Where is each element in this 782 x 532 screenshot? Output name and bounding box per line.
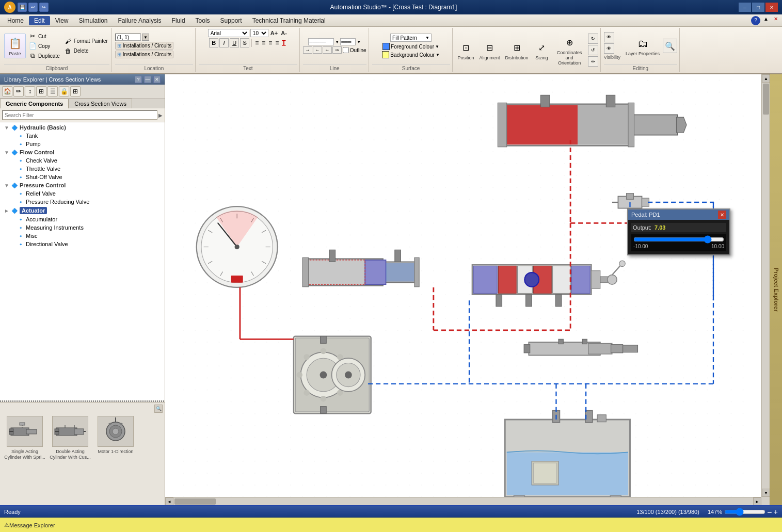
menu-fluid[interactable]: Fluid [167, 16, 190, 25]
ribbon-minimize-btn[interactable]: ▲ [761, 16, 771, 25]
sidebar-lock-btn[interactable]: 🔒 [59, 86, 69, 96]
zoom-slider[interactable] [724, 509, 765, 515]
pedal-slider-input[interactable] [633, 236, 724, 243]
bold-button[interactable]: B [209, 38, 218, 47]
tree-item-directional-valve[interactable]: 🔹 Directional Valve [0, 240, 165, 248]
menu-tools[interactable]: Tools [190, 16, 215, 25]
zoom-out-btn[interactable]: – [768, 508, 772, 516]
scrollbar-horizontal[interactable]: ◄ ► [165, 497, 761, 505]
font-size-select[interactable]: 10 [250, 29, 268, 37]
menu-simulation[interactable]: Simulation [74, 16, 113, 25]
layout-btn3[interactable]: ⇔ [588, 56, 598, 67]
tree-item-tank[interactable]: 🔹 Tank [0, 132, 165, 140]
tree-item-hydraulic[interactable]: ▼ 🔷 Hydraulic (Basic) [0, 123, 165, 132]
line-width-select[interactable]: ═══ [340, 38, 356, 45]
align-left-btn[interactable]: ≡ [254, 39, 260, 46]
installation1-button[interactable]: ⊞ Installations / Circuits [115, 42, 173, 50]
copy-button[interactable]: 📄 Copy [27, 41, 61, 51]
message-explorer-label[interactable]: Message Explorer [9, 522, 55, 528]
scroll-left-btn[interactable]: ◄ [165, 497, 173, 505]
alignment-button[interactable]: ⊟ Alignment [477, 38, 502, 62]
text-color-btn[interactable]: T [281, 39, 286, 46]
tab-generic-components[interactable]: Generic Components [0, 99, 69, 108]
tree-item-measuring[interactable]: 🔹 Measuring Instruments [0, 223, 165, 232]
scroll-thumb-v[interactable] [763, 84, 769, 115]
tree-item-pump[interactable]: 🔹 Pump [0, 140, 165, 148]
close-button[interactable]: ✕ [765, 3, 778, 12]
distribution-button[interactable]: ⊞ Distribution [503, 38, 531, 62]
search-arrow[interactable]: ▶ [158, 112, 163, 118]
coords-input[interactable] [115, 34, 141, 41]
align-justify-btn[interactable]: ≡ [274, 39, 280, 46]
redo-btn[interactable]: ↪ [39, 3, 49, 12]
text-shrink-btn[interactable]: A- [280, 30, 288, 36]
delete-button[interactable]: 🗑 Delete [62, 46, 109, 56]
tree-item-accumulator[interactable]: 🔹 Accumulator [0, 215, 165, 223]
search-btn[interactable]: 🔍 [663, 39, 677, 53]
outline-checkbox[interactable] [343, 47, 349, 53]
layout-btn2[interactable]: ↺ [588, 45, 598, 55]
menu-view[interactable]: View [50, 16, 74, 25]
coordinates-orientation-button[interactable]: ⊕ Coordinates and Orientation [553, 33, 586, 67]
scroll-track-h[interactable] [173, 497, 753, 505]
sidebar-expand-btn[interactable]: ⊞ [70, 86, 81, 96]
duplicate-button[interactable]: ⧉ Duplicate [27, 51, 61, 60]
foreground-colour-btn[interactable]: Foreground Colour ▼ [391, 44, 439, 50]
format-painter-button[interactable]: 🖌 Format Painter [62, 37, 109, 46]
tab-cross-section[interactable]: Cross Section Views [69, 99, 132, 108]
tree-item-throttle-valve[interactable]: 🔹 Throttle Valve [0, 165, 165, 173]
align-right-btn[interactable]: ≡ [267, 39, 273, 46]
minimize-button[interactable]: – [739, 3, 751, 12]
align-center-btn[interactable]: ≡ [261, 39, 266, 46]
preview-item-motor1[interactable]: Motor 1-Direction [95, 416, 136, 460]
underline-button[interactable]: U [230, 38, 239, 47]
sidebar-grid-btn[interactable]: ⊞ [36, 86, 46, 96]
tree-item-shutoff-valve[interactable]: 🔹 Shut-Off Valve [0, 173, 165, 181]
pedal-close-button[interactable]: ✕ [718, 211, 726, 219]
line-style-select[interactable]: ───── [308, 38, 334, 45]
ribbon-close-btn[interactable]: ✕ [772, 16, 780, 25]
undo-btn[interactable]: ↩ [28, 3, 38, 12]
fill-pattern-btn[interactable]: Fill Pattern ▼ [390, 34, 432, 42]
sidebar-pin-btn[interactable]: — [144, 76, 151, 83]
line-width-dropdown[interactable]: ▼ [357, 40, 361, 44]
zoom-in-btn[interactable]: + [774, 508, 778, 516]
scroll-track-v[interactable] [762, 83, 770, 489]
ribbon-help-btn[interactable]: ? [751, 16, 760, 25]
visibility-btn1[interactable]: 👁 [604, 32, 614, 42]
position-button[interactable]: ⊡ Position [456, 38, 476, 62]
layer-properties-button[interactable]: 🗂 Layer Properties [624, 34, 662, 58]
italic-button[interactable]: I [219, 38, 229, 47]
scroll-up-btn[interactable]: ▲ [762, 74, 770, 83]
sidebar-move-btn[interactable]: ↕ [25, 86, 35, 96]
text-grow-btn[interactable]: A+ [269, 30, 279, 36]
menu-home[interactable]: Home [2, 16, 29, 25]
preview-item-cylinder2[interactable]: Double Acting Cylinder With Cus... [50, 416, 91, 460]
tree-item-flow-control[interactable]: ▼ 🔷 Flow Control [0, 148, 165, 156]
sidebar-help-btn[interactable]: ? [135, 76, 142, 83]
tree-item-relief-valve[interactable]: 🔹 Relief Valve [0, 189, 165, 198]
sidebar-close-btn[interactable]: ✕ [153, 76, 161, 83]
paste-button[interactable]: 📋 Paste [4, 34, 26, 58]
canvas[interactable]: Pedal: PD1 ✕ Output: 7.03 -10.00 [165, 74, 761, 497]
scroll-down-btn[interactable]: ▼ [762, 489, 770, 497]
sidebar-home-btn[interactable]: 🏠 [2, 86, 12, 96]
scroll-right-btn[interactable]: ► [753, 497, 761, 505]
menu-failure-analysis[interactable]: Failure Analysis [113, 16, 167, 25]
menu-edit[interactable]: Edit [29, 16, 50, 25]
arrow-style-btns[interactable]: → ← ↔ ⇒ [303, 46, 342, 54]
tree-item-check-valve[interactable]: 🔹 Check Valve [0, 156, 165, 165]
strikethrough-button[interactable]: S [240, 38, 249, 47]
sizing-button[interactable]: ⤢ Sizing [532, 38, 552, 62]
line-dropdown[interactable]: ▼ [335, 40, 339, 44]
preview-zoom-btn[interactable]: 🔍 [154, 405, 163, 413]
search-input[interactable] [2, 110, 157, 120]
quick-access-btn[interactable]: 💾 [18, 3, 27, 12]
sidebar-list-btn[interactable]: ☰ [47, 86, 58, 96]
tree-item-actuator[interactable]: ► 🔷 Actuator [0, 206, 165, 215]
scrollbar-vertical[interactable]: ▲ ▼ [761, 74, 770, 497]
tree-item-misc[interactable]: 🔹 Misc [0, 232, 165, 240]
font-select[interactable]: Arial [208, 29, 249, 37]
visibility-btn2[interactable]: 👁 [604, 43, 614, 54]
tree-item-pressure-reducing[interactable]: 🔹 Pressure Reducing Valve [0, 198, 165, 206]
